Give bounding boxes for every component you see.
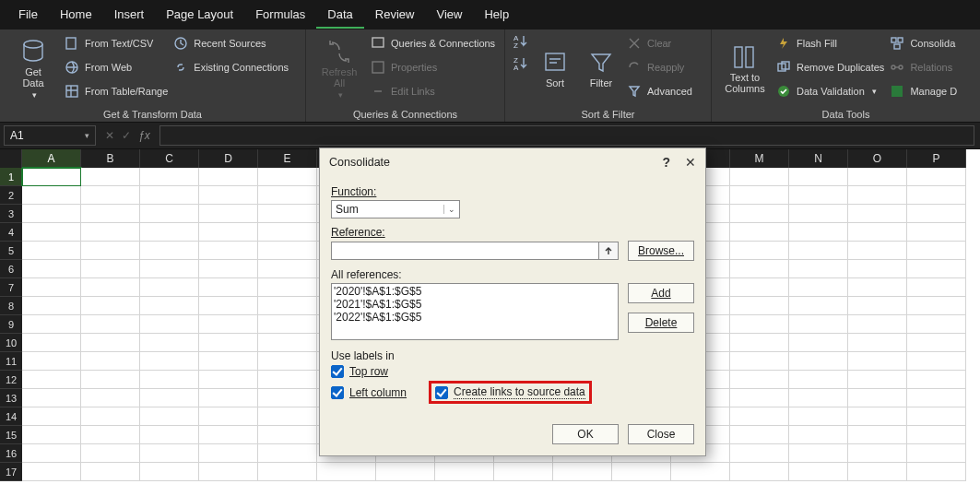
browse-button[interactable]: Browse...	[628, 241, 694, 261]
cell[interactable]	[140, 242, 199, 260]
cell[interactable]	[730, 297, 789, 315]
cell[interactable]	[848, 260, 907, 278]
cell[interactable]	[376, 463, 435, 481]
cell[interactable]	[848, 407, 907, 426]
menu-review[interactable]: Review	[364, 2, 426, 29]
cell[interactable]	[22, 205, 81, 223]
sort-desc-icon[interactable]: ZA	[513, 55, 529, 72]
cell[interactable]	[907, 260, 966, 278]
cell[interactable]	[789, 168, 848, 186]
cell[interactable]	[81, 334, 140, 352]
cell[interactable]	[730, 407, 789, 426]
menu-view[interactable]: View	[425, 2, 473, 29]
cell[interactable]	[22, 352, 81, 371]
cell[interactable]	[789, 186, 848, 205]
row-header[interactable]: 3	[0, 205, 22, 223]
cell[interactable]	[907, 223, 966, 242]
cell[interactable]	[907, 242, 966, 260]
cell[interactable]	[907, 186, 966, 205]
close-icon[interactable]: ✕	[685, 155, 696, 170]
cell[interactable]	[140, 426, 199, 444]
remove-duplicates-button[interactable]: Remove Duplicates	[776, 57, 884, 77]
formula-input[interactable]	[159, 125, 974, 146]
cell[interactable]	[730, 278, 789, 297]
column-header[interactable]: C	[140, 149, 199, 168]
cell[interactable]	[140, 389, 199, 407]
function-select[interactable]: Sum⌄	[331, 200, 460, 218]
cell[interactable]	[258, 334, 317, 352]
row-header[interactable]: 1	[0, 168, 22, 186]
cell[interactable]	[435, 463, 494, 481]
cell[interactable]	[199, 278, 258, 297]
menu-formulas[interactable]: Formulas	[244, 2, 316, 29]
enter-formula-icon[interactable]: ✓	[122, 129, 131, 142]
cell[interactable]	[258, 407, 317, 426]
cell[interactable]	[258, 168, 317, 186]
cell[interactable]	[730, 260, 789, 278]
column-header[interactable]: A	[22, 149, 81, 168]
cell[interactable]	[199, 242, 258, 260]
cell[interactable]	[907, 463, 966, 481]
cell[interactable]	[848, 315, 907, 334]
cell[interactable]	[317, 463, 376, 481]
cell[interactable]	[789, 223, 848, 242]
cell[interactable]	[258, 205, 317, 223]
left-column-checkbox[interactable]	[331, 386, 344, 399]
cell[interactable]	[907, 407, 966, 426]
from-table-range-button[interactable]: From Table/Range	[65, 81, 168, 101]
cell[interactable]	[258, 223, 317, 242]
row-header[interactable]: 8	[0, 297, 22, 315]
name-box[interactable]: A1▾	[4, 125, 96, 146]
cell[interactable]	[81, 186, 140, 205]
cell[interactable]	[848, 205, 907, 223]
cell[interactable]	[730, 168, 789, 186]
cell[interactable]	[730, 205, 789, 223]
cell[interactable]	[730, 242, 789, 260]
cell[interactable]	[730, 444, 789, 463]
cell[interactable]	[22, 168, 81, 186]
cell[interactable]	[907, 389, 966, 407]
sort-button[interactable]: Sort	[535, 33, 575, 105]
menu-insert[interactable]: Insert	[103, 2, 156, 29]
reapply-filter-button[interactable]: Reapply	[627, 57, 692, 77]
row-header[interactable]: 7	[0, 278, 22, 297]
cell[interactable]	[789, 260, 848, 278]
cell[interactable]	[258, 463, 317, 481]
cell[interactable]	[258, 371, 317, 389]
cell[interactable]	[199, 186, 258, 205]
ok-button[interactable]: OK	[552, 424, 619, 444]
add-button[interactable]: Add	[628, 283, 694, 303]
cell[interactable]	[730, 315, 789, 334]
cell[interactable]	[612, 463, 671, 481]
cell[interactable]	[789, 278, 848, 297]
cell[interactable]	[258, 389, 317, 407]
existing-connections-button[interactable]: Existing Connections	[173, 57, 289, 77]
menu-file[interactable]: File	[7, 2, 49, 29]
list-item[interactable]: '2020'!$A$1:$G$5	[334, 285, 616, 298]
cell[interactable]	[140, 315, 199, 334]
cell[interactable]	[258, 186, 317, 205]
row-header[interactable]: 16	[0, 444, 22, 463]
relationships-button[interactable]: Relations	[890, 57, 957, 77]
menu-page-layout[interactable]: Page Layout	[155, 2, 244, 29]
cell[interactable]	[199, 223, 258, 242]
cell[interactable]	[789, 205, 848, 223]
cell[interactable]	[22, 463, 81, 481]
from-web-button[interactable]: From Web	[65, 57, 168, 77]
sort-asc-icon[interactable]: AZ	[513, 33, 529, 50]
cell[interactable]	[848, 444, 907, 463]
cell[interactable]	[199, 205, 258, 223]
queries-connections-button[interactable]: Queries & Connections	[371, 33, 495, 53]
row-header[interactable]: 15	[0, 426, 22, 444]
cell[interactable]	[848, 242, 907, 260]
filter-button[interactable]: Filter	[581, 33, 621, 105]
cell[interactable]	[848, 186, 907, 205]
cell[interactable]	[258, 426, 317, 444]
clear-filter-button[interactable]: Clear	[627, 33, 692, 53]
cell[interactable]	[258, 352, 317, 371]
properties-button[interactable]: Properties	[371, 57, 495, 77]
cell[interactable]	[199, 168, 258, 186]
collapse-dialog-icon[interactable]	[598, 242, 619, 260]
help-button[interactable]: ?	[662, 155, 670, 170]
cell[interactable]	[789, 389, 848, 407]
